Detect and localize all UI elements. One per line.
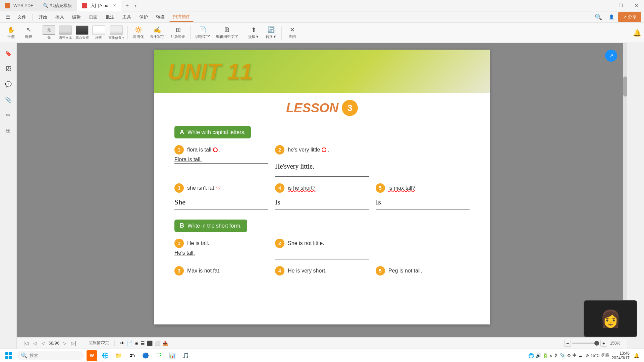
menu-annotate[interactable]: 批注 — [102, 13, 118, 21]
menu-tools[interactable]: 工具 — [119, 13, 135, 21]
menu-edit[interactable]: 编辑 — [69, 13, 84, 21]
exercise-a-4-answer: Is — [275, 195, 369, 209]
current-page[interactable]: 68 — [49, 341, 53, 346]
menu-file[interactable]: 文件 — [14, 13, 30, 21]
lesson-section: LESSON 3 A Write with capital letters. 1… — [154, 93, 490, 282]
tab-pdf-file[interactable]: 入门A.pdf ✕ — [77, 0, 121, 11]
go-to-page-btn[interactable]: 回到第72页 — [89, 340, 109, 346]
view-icon-scroll[interactable]: ☰ — [141, 341, 145, 346]
convert-icon: 🔄 — [267, 26, 275, 34]
taskbar-folder-icon[interactable]: 📁 — [113, 350, 124, 361]
menu-convert[interactable]: 转换 — [153, 13, 168, 21]
handwrite-btn[interactable]: ✍ 去手写字 — [147, 24, 167, 42]
tab-close-btn[interactable]: ✕ — [113, 3, 116, 8]
mode-repair-btn[interactable]: 画质修复 ▾ — [107, 25, 125, 41]
close-tool-btn[interactable]: ✕ 关闭 — [284, 24, 301, 42]
status-divider-2 — [114, 341, 115, 346]
scrollbar-thumb[interactable] — [623, 76, 627, 97]
menu-protect[interactable]: 保护 — [136, 13, 151, 21]
taskbar-360-icon[interactable]: 🛡 — [154, 350, 164, 361]
mode-enhance-btn[interactable]: 增强文本 — [57, 25, 73, 41]
taskbar-search[interactable]: 🔍 搜索 — [17, 351, 84, 360]
new-tab-btn[interactable]: ＋ — [121, 2, 133, 9]
view-icon-eye[interactable]: 👁 — [120, 341, 125, 346]
ocr-btn[interactable]: 📄 识别文字 — [193, 24, 213, 42]
sidebar-layers-icon[interactable]: ⊞ — [3, 125, 13, 135]
sidebar-thumbnail-icon[interactable]: 🖼 — [3, 64, 13, 74]
view-icon-present[interactable]: ⬛ — [147, 341, 153, 346]
straighten-btn[interactable]: ⊞ 纠版矫正 — [168, 24, 188, 42]
taskbar-music-icon[interactable]: 🎵 — [180, 350, 191, 361]
tray-wps-cloud-icon[interactable]: ☁ — [578, 353, 583, 358]
menu-scan[interactable]: 扫描插件 — [169, 12, 194, 22]
taskbar-store-icon[interactable]: 🛍 — [127, 350, 138, 361]
menu-start[interactable]: 开始 — [35, 13, 51, 21]
prev-page-btn[interactable]: ◁ — [32, 340, 38, 347]
tray-clip-icon[interactable]: 📎 — [560, 353, 566, 358]
exercise-a-1-text: flora is tall — [187, 147, 211, 153]
search-icon[interactable]: 🔍 — [592, 13, 605, 21]
tray-more-icon[interactable]: ∧ — [549, 353, 552, 358]
left-sidebar: 🔖 🖼 💬 📎 ✏ ⊞ — [0, 43, 17, 349]
taskbar-wps-icon[interactable]: W — [87, 350, 97, 361]
last-page-btn[interactable]: ▷| — [70, 340, 77, 347]
select-tool-btn[interactable]: ↖ 选择 — [20, 24, 37, 42]
zoom-thumb[interactable] — [594, 341, 599, 346]
tab-wps-pdf[interactable]: WPS PDF — [0, 0, 38, 11]
start-btn[interactable] — [3, 350, 14, 361]
maximize-btn[interactable]: ❐ — [613, 0, 629, 11]
close-btn[interactable]: ✕ — [629, 0, 644, 11]
taskbar-time[interactable]: 13:46 2024/3/17 — [612, 351, 630, 360]
taskbar-edge-icon[interactable]: 🔵 — [140, 350, 151, 361]
tray-volume-icon[interactable]: 🔊 — [535, 353, 541, 358]
notification-btn[interactable]: 🔔 — [632, 353, 641, 358]
taskbar-chrome-icon[interactable]: 🌐 — [100, 350, 111, 361]
user-avatar[interactable]: 👤 — [606, 14, 617, 19]
notifications-icon[interactable]: 🔔 — [633, 29, 641, 37]
nav-page-controls: |◁ ◁ ◁ 68/96 ▷ ▷| — [22, 340, 77, 347]
hd-btn[interactable]: 🔆 高清化 — [130, 24, 147, 42]
menu-insert[interactable]: 插入 — [52, 13, 67, 21]
sidebar-pen-icon[interactable]: ✏ — [3, 110, 13, 120]
mode-repair-dropdown[interactable]: ▾ — [122, 36, 124, 40]
first-page-btn[interactable]: |◁ — [22, 340, 30, 347]
exercise-b-5-text: Peg is not tall. — [388, 268, 422, 274]
convert-btn[interactable]: 🔄 转换▼ — [263, 24, 279, 42]
tray-language-icon[interactable]: 中 — [573, 353, 577, 358]
zoom-minus-btn[interactable]: − — [564, 340, 571, 347]
sidebar-bookmark-icon[interactable]: 🔖 — [3, 48, 13, 58]
tab-dropdown-btn[interactable]: ▾ — [133, 3, 138, 8]
zoom-slider[interactable] — [572, 343, 599, 344]
view-icon-page[interactable]: 📄 — [127, 341, 132, 346]
blue-circle-btn[interactable]: ↗ — [605, 50, 617, 62]
taskbar-ppt-icon[interactable]: 📊 — [167, 350, 178, 361]
sidebar-comment-icon[interactable]: 💬 — [3, 79, 13, 89]
exercise-a-3-answer: She — [174, 195, 268, 209]
tray-network-icon[interactable]: 🌐 — [528, 353, 534, 358]
menu-bar: ☰ 文件 开始 插入 编辑 页面 批注 工具 保护 转换 扫描插件 🔍 👤 ↗ … — [0, 11, 644, 23]
view-icon-fit[interactable]: ⬜ — [155, 341, 160, 346]
mode-black-btn[interactable]: 黑白去底 — [74, 25, 90, 41]
tray-extra-icon[interactable]: ⚙ — [567, 353, 571, 358]
ocr-icon: 📄 — [199, 26, 206, 34]
mode-none-btn[interactable]: 无 无 — [41, 25, 57, 41]
exercise-a-3-handwritten: She — [174, 198, 185, 206]
mode-brighten-btn[interactable]: 增亮 — [91, 25, 106, 41]
view-icon-export[interactable]: 📤 — [162, 341, 168, 346]
view-icon-columns[interactable]: ⊞ — [135, 341, 139, 346]
tray-mic-icon[interactable]: 🎙 — [554, 353, 558, 358]
minimize-btn[interactable]: — — [598, 0, 613, 11]
mode-enhance-label: 增强文本 — [59, 36, 72, 40]
extract-btn[interactable]: ⬆ 提取▼ — [245, 24, 262, 42]
tray-battery-icon[interactable]: 🔋 — [542, 353, 548, 358]
menu-page[interactable]: 页面 — [86, 13, 101, 21]
sidebar-clip-icon[interactable]: 📎 — [3, 95, 13, 105]
edit-image-text-btn[interactable]: 🖹 编辑图中文字 — [213, 24, 241, 42]
zoom-plus-btn[interactable]: + — [600, 340, 607, 347]
tab-find-template[interactable]: 🔍 找稿充模板 — [38, 0, 77, 11]
share-btn[interactable]: ↗ 分享 — [618, 12, 641, 22]
hand-tool-btn[interactable]: ✋ 手型 — [3, 24, 19, 42]
hamburger-menu[interactable]: ☰ — [3, 12, 13, 21]
prev-btn-2[interactable]: ◁ — [40, 340, 47, 347]
next-page-btn[interactable]: ▷ — [61, 340, 68, 347]
